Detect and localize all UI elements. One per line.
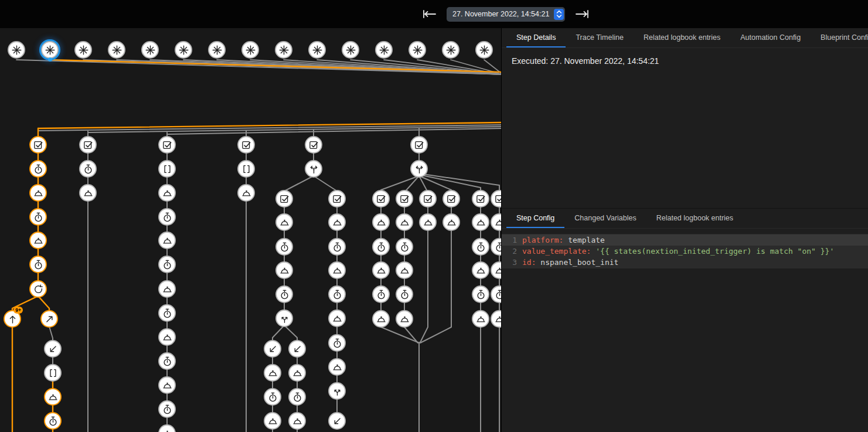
trace-node-service[interactable] <box>264 364 281 382</box>
tab-step-config[interactable]: Step Config <box>506 209 564 228</box>
trace-node-timer[interactable] <box>328 238 346 256</box>
trace-node-timer[interactable] <box>396 285 413 303</box>
trace-node-service[interactable] <box>288 364 306 382</box>
trace-node-timer[interactable] <box>158 400 176 418</box>
trace-node-service[interactable] <box>29 232 47 249</box>
trace-node-arrow-bottom-left[interactable] <box>44 340 62 358</box>
trace-node-asterisk[interactable] <box>175 41 192 59</box>
trace-node-asterisk[interactable] <box>108 41 125 59</box>
trace-node-service[interactable] <box>158 376 176 394</box>
trace-node-asterisk[interactable] <box>375 41 393 59</box>
trace-node-timer[interactable] <box>264 388 281 406</box>
trace-node-timer[interactable] <box>472 238 489 256</box>
trace-node-service[interactable] <box>396 310 413 328</box>
trace-node-asterisk[interactable] <box>342 41 359 59</box>
trace-node-service[interactable] <box>275 213 293 231</box>
trace-node-choose[interactable] <box>410 160 428 178</box>
trace-node-timer[interactable] <box>158 256 176 273</box>
trace-node-timer[interactable] <box>79 160 97 178</box>
trace-node-service[interactable] <box>472 261 489 279</box>
trace-node-timer[interactable] <box>328 334 346 352</box>
trace-node-service[interactable] <box>79 184 97 202</box>
tab-automation-config[interactable]: Automation Config <box>730 28 811 47</box>
trace-node-asterisk[interactable] <box>41 41 59 59</box>
trace-node-asterisk[interactable] <box>74 41 92 59</box>
trace-node-checkbox[interactable] <box>328 190 346 208</box>
trace-node-arrow-bottom-left[interactable] <box>288 340 306 358</box>
tab-changed-variables[interactable]: Changed Variables <box>564 209 646 228</box>
trace-node-asterisk[interactable] <box>442 41 459 59</box>
trace-node-service[interactable] <box>275 261 293 279</box>
trace-node-asterisk[interactable] <box>141 41 159 59</box>
trace-node-service[interactable] <box>237 184 255 202</box>
trace-node-checkbox[interactable] <box>472 190 489 208</box>
trace-node-service[interactable] <box>442 213 460 231</box>
trace-node-arrow-bottom-left[interactable] <box>264 340 281 358</box>
trace-node-checkbox[interactable] <box>372 190 390 208</box>
tab-blueprint-config[interactable]: Blueprint Config <box>811 28 868 47</box>
trace-node-service[interactable] <box>328 309 346 327</box>
trace-node-asterisk[interactable] <box>8 41 25 59</box>
trace-node-timer[interactable] <box>158 352 176 370</box>
trace-node-service[interactable] <box>264 412 281 430</box>
trace-node-service[interactable] <box>158 280 176 298</box>
trace-node-asterisk[interactable] <box>241 41 259 59</box>
trace-node-service[interactable] <box>158 328 176 346</box>
tab-step-details[interactable]: Step Details <box>506 28 566 47</box>
trace-node-timer[interactable] <box>29 208 47 226</box>
trace-node-checkbox[interactable] <box>442 190 460 208</box>
trace-node-service[interactable] <box>372 261 390 279</box>
trace-node-timer[interactable] <box>158 304 176 322</box>
trace-node-timer[interactable] <box>275 285 293 303</box>
trace-node-checkbox[interactable] <box>305 136 322 154</box>
trace-node-arrow-up-right[interactable] <box>40 310 58 328</box>
trace-node-split[interactable] <box>275 309 293 327</box>
trace-node-service[interactable] <box>158 232 176 249</box>
trace-node-checkbox[interactable] <box>29 136 47 154</box>
trace-node-timer[interactable] <box>472 285 489 303</box>
trace-node-timer[interactable] <box>158 208 176 226</box>
previous-trace-button[interactable] <box>421 8 438 20</box>
trace-node-checkbox[interactable] <box>158 136 176 154</box>
trace-date-picker[interactable]: 27. November 2022, 14:54:21 <box>447 7 565 22</box>
trace-node-service[interactable] <box>44 388 62 406</box>
trace-node-service[interactable] <box>419 213 437 231</box>
trace-node-brackets[interactable] <box>44 364 62 382</box>
trace-node-asterisk[interactable] <box>275 41 292 59</box>
trace-node-service[interactable] <box>472 213 489 231</box>
trace-node-service[interactable] <box>472 310 489 328</box>
trace-node-split[interactable] <box>328 382 346 400</box>
trace-node-timer[interactable] <box>29 160 47 178</box>
trace-node-brackets[interactable] <box>158 160 176 178</box>
trace-node-timer[interactable] <box>372 238 390 256</box>
trace-node-service[interactable] <box>372 213 390 231</box>
trace-node-timer[interactable] <box>288 388 306 406</box>
trace-node-service[interactable] <box>396 213 413 231</box>
trace-node-service[interactable] <box>396 261 413 279</box>
trace-node-arrow-bottom-left[interactable] <box>328 412 346 430</box>
trace-node-asterisk[interactable] <box>409 41 426 59</box>
trace-node-service[interactable] <box>288 412 306 430</box>
trace-node-choose[interactable] <box>305 160 322 178</box>
trace-node-arrow-up[interactable]: 9+ <box>4 310 21 328</box>
trace-node-checkbox[interactable] <box>237 136 255 154</box>
trace-node-repeat[interactable] <box>29 280 47 298</box>
trace-node-service[interactable] <box>328 261 346 279</box>
tab-trace-timeline[interactable]: Trace Timeline <box>566 28 634 47</box>
trace-node-checkbox[interactable] <box>419 190 437 208</box>
trace-node-brackets[interactable] <box>237 160 255 178</box>
trace-node-timer[interactable] <box>372 285 390 303</box>
trace-node-service[interactable] <box>158 184 176 202</box>
trace-node-timer[interactable] <box>328 285 346 303</box>
trace-node-service[interactable] <box>328 358 346 376</box>
trace-node-service[interactable] <box>328 213 346 231</box>
trace-node-timer[interactable] <box>29 256 47 273</box>
trace-node-checkbox[interactable] <box>410 136 428 154</box>
trace-node-timer[interactable] <box>44 412 62 430</box>
trace-node-timer[interactable] <box>275 238 293 256</box>
trace-node-service[interactable] <box>372 310 390 328</box>
trace-node-checkbox[interactable] <box>275 190 293 208</box>
tab-related-logbook-entries[interactable]: Related logbook entries <box>634 28 730 47</box>
trace-node-asterisk[interactable] <box>308 41 326 59</box>
trace-node-checkbox[interactable] <box>396 190 413 208</box>
